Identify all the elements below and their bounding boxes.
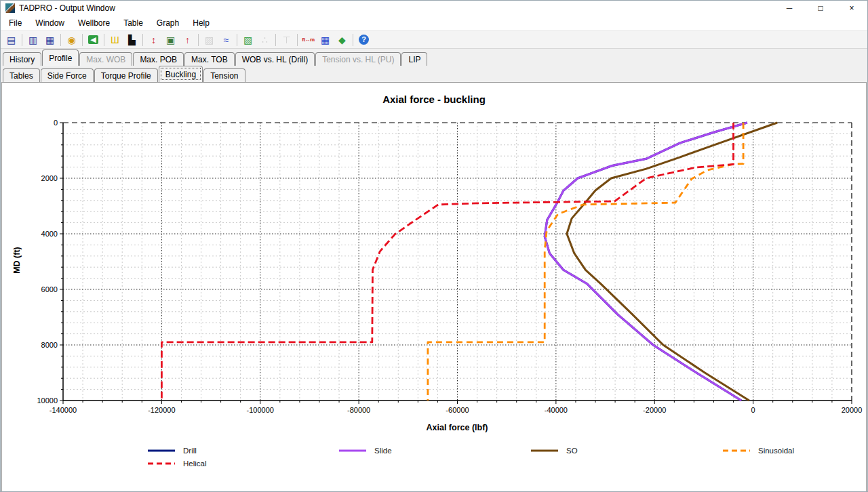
tab-tension-vs-hl-pu: Tension vs. HL (PU) [315, 52, 401, 66]
menu-wellbore[interactable]: Wellbore [71, 16, 117, 30]
svg-text:-40000: -40000 [545, 406, 568, 414]
toolbar-report-book-button[interactable]: ◆ [334, 33, 350, 47]
svg-text:20000: 20000 [842, 406, 863, 414]
tab-buckling[interactable]: Buckling [159, 66, 203, 82]
svg-text:6000: 6000 [41, 285, 58, 293]
help-icon: ? [359, 35, 369, 45]
menu-file[interactable]: File [2, 16, 28, 30]
toolbar-pipe-transfer-button[interactable]: ↕ [146, 33, 161, 47]
report-plain-icon: ▦ [45, 35, 54, 45]
toolbar-separator [275, 34, 276, 46]
toolbar-report-color-button[interactable]: ▤ [3, 33, 19, 47]
toolbar-separator [82, 34, 83, 46]
chart-title: Axial force - buckling [2, 94, 866, 105]
toolbar-well-schematic-button[interactable]: ▙ [124, 33, 140, 47]
toolbar-separator [237, 34, 237, 46]
window-title: TADPRO - Output Window [19, 3, 115, 13]
snapshot-icon: ▨ [205, 35, 214, 45]
menu-bar: FileWindowWellboreTableGraphHelp [1, 16, 867, 30]
toolbar-plumb-bob-button[interactable]: ◉ [64, 33, 79, 47]
toolbar-separator [353, 34, 353, 46]
toolbar-calculator-button[interactable]: ▦ [317, 33, 333, 47]
toolbar-help-button[interactable]: ? [356, 33, 372, 47]
toolbar-report-plain-button[interactable]: ▦ [42, 33, 58, 47]
toolbar-unit-convert-button[interactable]: ft↔m [300, 33, 316, 47]
svg-text:-80000: -80000 [347, 406, 370, 414]
toolbar-separator [60, 34, 61, 46]
report-color-icon: ▤ [7, 35, 16, 45]
svg-text:2000: 2000 [41, 174, 58, 182]
scatter-plot-icon: ∴ [262, 35, 268, 45]
chart-legend: DrillSlideSOSinusoidalHelical [148, 447, 794, 468]
svg-text:4000: 4000 [41, 230, 58, 238]
tab-profile[interactable]: Profile [42, 49, 79, 66]
tick-labels: -140000-120000-100000-80000-60000-40000-… [37, 119, 862, 414]
plot-curve-icon: ≈ [224, 35, 229, 45]
toolbar-thermometer-button[interactable]: ↑ [180, 33, 195, 47]
menu-window[interactable]: Window [28, 16, 71, 30]
svg-text:0: 0 [751, 406, 755, 414]
restore-button[interactable]: □ [805, 1, 836, 16]
thermometer-icon: ↑ [185, 35, 190, 45]
legend-item-helical: Helical [148, 459, 207, 468]
svg-text:-60000: -60000 [446, 406, 469, 414]
svg-text:-20000: -20000 [643, 406, 666, 414]
rig-view-icon: ▣ [166, 35, 175, 45]
legend-item-so: SO [531, 447, 578, 455]
y-axis-label: MD (ft) [12, 247, 22, 274]
app-icon [5, 3, 15, 13]
menu-table[interactable]: Table [117, 16, 150, 30]
toolbar-separator [22, 34, 22, 46]
tab-tables[interactable]: Tables [3, 68, 40, 82]
toolbar-separator [198, 34, 199, 46]
toolbar-tubing-button[interactable]: Ш [107, 33, 123, 47]
report-book-icon: ◆ [338, 35, 346, 45]
legend-item-slide: Slide [339, 447, 392, 455]
toolbar-back-nav-button[interactable]: ◀ [85, 33, 101, 47]
chart-picture-icon: ▧ [243, 35, 252, 45]
pipe-transfer-icon: ↕ [151, 35, 156, 45]
close-button[interactable]: × [836, 1, 867, 16]
tab-lip[interactable]: LIP [401, 52, 427, 66]
tab-max-tob[interactable]: Max. TOB [184, 52, 235, 66]
chart-panel: -140000-120000-100000-80000-60000-40000-… [1, 82, 867, 491]
toolbar-report-preview-button[interactable]: ▥ [25, 33, 41, 47]
pipe-tee-icon: ⊤ [282, 35, 290, 45]
menu-graph[interactable]: Graph [150, 16, 186, 30]
tab-row-profile-views: TablesSide ForceTorque ProfileBucklingTe… [1, 66, 867, 82]
back-nav-icon: ◀ [88, 35, 98, 44]
svg-text:-120000: -120000 [148, 406, 175, 414]
toolbar-pipe-tee-button: ⊤ [279, 33, 294, 47]
toolbar-chart-picture-button[interactable]: ▧ [240, 33, 256, 47]
tab-max-pob[interactable]: Max. POB [133, 52, 184, 66]
series-sinusoidal [428, 123, 743, 401]
legend-label-helical: Helical [183, 459, 207, 468]
svg-text:10000: 10000 [37, 396, 58, 405]
minimize-button[interactable]: ─ [774, 1, 805, 16]
toolbar-rig-view-button[interactable]: ▣ [163, 33, 178, 47]
legend-label-so: SO [566, 447, 578, 455]
tab-side-force[interactable]: Side Force [41, 68, 94, 82]
legend-item-drill: Drill [148, 447, 197, 455]
unit-convert-icon: ft↔m [302, 37, 314, 43]
calculator-icon: ▦ [321, 35, 330, 45]
well-schematic-icon: ▙ [128, 35, 136, 45]
series-slide [545, 123, 747, 401]
window-controls: ─□× [774, 1, 867, 16]
menu-help[interactable]: Help [186, 16, 216, 30]
legend-label-sinusoidal: Sinusoidal [758, 447, 794, 455]
toolbar-separator [142, 34, 143, 46]
plumb-bob-icon: ◉ [67, 35, 75, 45]
toolbar-snapshot-button: ▨ [201, 33, 217, 47]
tab-max-wob: Max. WOB [79, 52, 132, 66]
tab-history[interactable]: History [3, 52, 41, 66]
svg-text:-100000: -100000 [247, 406, 274, 414]
tab-wob-vs-hl-drill[interactable]: WOB vs. HL (Drill) [235, 52, 315, 66]
toolbar-plot-curve-button[interactable]: ≈ [218, 33, 234, 47]
legend-label-slide: Slide [374, 447, 392, 455]
toolbar: ▤▥▦◉◀Ш▙↕▣↑▨≈▧∴⊤ft↔m▦◆? [1, 30, 867, 49]
tab-tension[interactable]: Tension [203, 68, 245, 82]
app-window: TADPRO - Output Window ─□× FileWindowWel… [0, 0, 868, 492]
tab-torque-profile[interactable]: Torque Profile [94, 68, 158, 82]
legend-item-sinusoidal: Sinusoidal [723, 447, 794, 455]
